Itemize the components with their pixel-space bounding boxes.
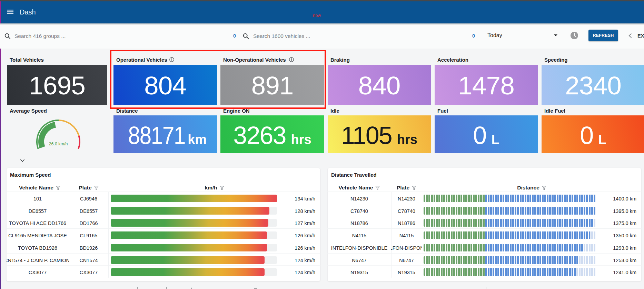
svg-text:26.0 km/h: 26.0 km/h	[49, 142, 68, 146]
